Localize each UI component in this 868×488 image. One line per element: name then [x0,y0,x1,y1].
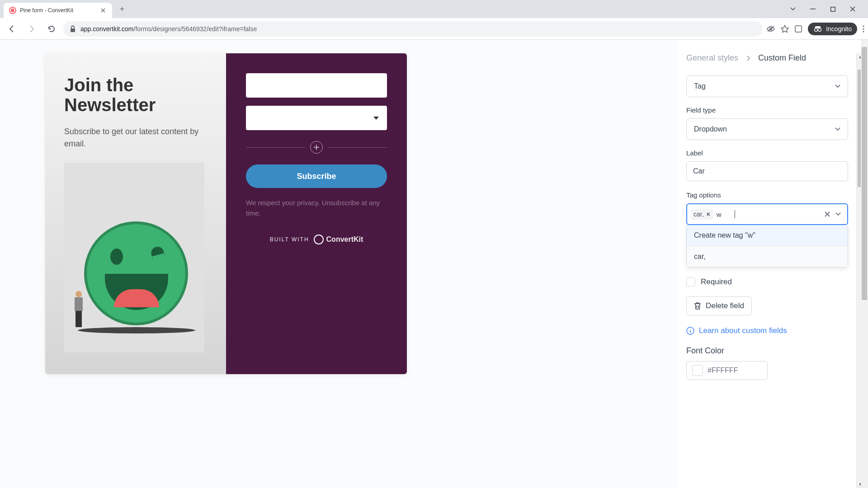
browser-tab[interactable]: Pine form - ConvertKit [4,3,112,18]
form-image[interactable] [64,163,204,352]
close-tab-icon[interactable] [99,7,107,14]
tag-options-label: Tag options [686,191,848,199]
privacy-text[interactable]: We respect your privacy. Unsubscribe at … [246,198,387,218]
tabs-dropdown-icon[interactable] [787,3,799,15]
extensions-icon[interactable] [794,25,802,33]
maximize-icon[interactable] [826,3,839,15]
tag-input[interactable]: w [717,211,735,218]
incognito-badge[interactable]: Incognito [808,23,857,35]
settings-panel: General styles Custom Field Tag Field ty… [678,40,868,488]
required-label: Required [701,277,732,286]
svg-point-10 [863,31,864,32]
bookmark-icon[interactable] [781,25,789,33]
chevron-down-icon[interactable] [833,212,844,216]
svg-point-9 [863,28,864,29]
form-dropdown[interactable] [246,106,387,130]
svg-rect-1 [830,7,835,11]
svg-rect-0 [810,9,816,9]
svg-point-7 [818,28,821,31]
new-tab-button[interactable]: + [116,3,128,15]
label-input[interactable] [686,161,848,181]
chevron-right-icon [746,56,750,61]
url-text: app.convertkit.com/forms/designers/56469… [80,25,257,33]
info-icon [686,327,694,335]
form-text-input[interactable] [246,73,387,98]
remove-tag-icon[interactable]: × [707,211,710,218]
add-field-button[interactable] [310,141,323,154]
form-title[interactable]: Join the Newsletter [64,75,207,115]
forward-button[interactable] [24,21,40,37]
minimize-icon[interactable] [807,3,819,15]
chevron-down-icon [835,84,840,88]
breadcrumb-current: Custom Field [758,53,806,63]
main-scrollbar[interactable] [861,40,868,488]
tag-options-combobox[interactable]: car, × w [686,203,848,225]
delete-field-button[interactable]: Delete field [686,296,752,315]
field-type-select[interactable]: Dropdown [686,118,848,140]
breadcrumb-back[interactable]: General styles [686,53,738,63]
reload-button[interactable] [43,21,60,37]
tab-title: Pine form - ConvertKit [20,7,96,14]
back-button[interactable] [4,21,20,37]
built-with-badge[interactable]: BUILT WITH ConvertKit [246,235,387,244]
address-bar[interactable]: app.convertkit.com/forms/designers/56469… [63,21,763,37]
font-color-input[interactable]: #FFFFFF [686,361,768,380]
tag-dropdown: Create new tag "w" car, [686,225,848,267]
form-subtitle[interactable]: Subscribe to get our latest content by e… [64,126,207,150]
clear-tags-icon[interactable] [822,211,833,217]
tab-bar: Pine form - ConvertKit + [0,0,868,18]
font-color-label: Font Color [686,346,848,356]
tag-chip: car, × [691,209,713,220]
breadcrumb: General styles Custom Field [686,53,848,63]
svg-point-6 [815,28,818,31]
field-select[interactable]: Tag [686,75,848,97]
svg-rect-2 [71,28,75,32]
incognito-eye-icon[interactable] [766,25,775,33]
close-window-icon[interactable] [846,3,859,15]
required-checkbox[interactable] [686,277,695,286]
form-preview: Join the Newsletter Subscribe to get our… [45,53,407,374]
trash-icon [694,302,701,310]
learn-link[interactable]: Learn about custom fields [686,326,848,335]
field-type-label: Field type [686,106,848,114]
create-tag-option[interactable]: Create new tag "w" [687,225,848,246]
color-swatch [692,365,703,376]
subscribe-button[interactable]: Subscribe [246,164,387,188]
chevron-down-icon [835,127,840,131]
menu-icon[interactable] [863,25,864,33]
svg-point-8 [863,25,864,27]
svg-rect-5 [795,26,802,32]
existing-tag-option[interactable]: car, [687,246,848,267]
lock-icon [70,25,76,33]
favicon-icon [9,7,16,14]
label-label: Label [686,149,848,157]
